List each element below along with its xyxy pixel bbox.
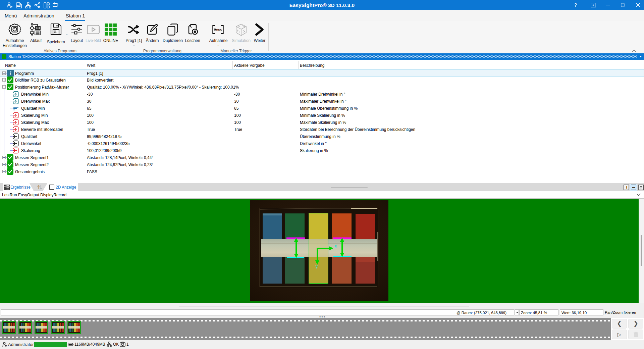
svg-text:REC: REC — [216, 28, 222, 31]
svg-text:ZIP: ZIP — [17, 5, 20, 7]
svg-text:X: X — [334, 244, 337, 249]
svg-text:Y: Y — [315, 265, 318, 269]
